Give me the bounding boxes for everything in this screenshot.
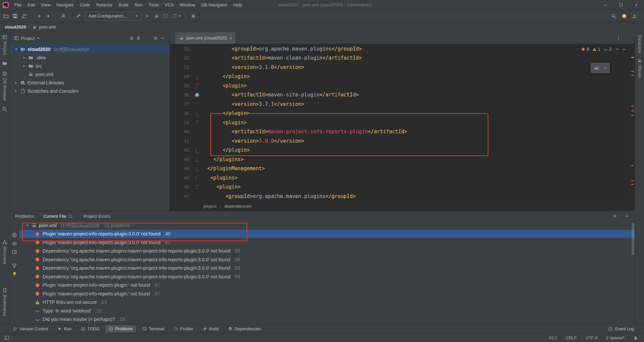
toolwindow-button-problems[interactable]: Problems <box>106 325 136 333</box>
menu-build[interactable]: Build <box>116 0 131 10</box>
code-line-31[interactable]: 31 <groupId>org.apache.maven.plugins</gr… <box>170 44 635 54</box>
run-configuration-select[interactable]: Add Configuration... <box>85 12 141 20</box>
menu-db-navigator[interactable]: DB Navigator <box>198 0 230 10</box>
code-line-33[interactable]: 33 <version>3.1.0</version> <box>170 63 635 72</box>
fold-marker-icon[interactable] <box>194 109 201 118</box>
chevron-right-icon[interactable] <box>14 81 18 85</box>
rerun-icon[interactable] <box>172 13 177 19</box>
code-area[interactable]: 31 <groupId>org.apache.maven.plugins</gr… <box>170 44 635 201</box>
maven-sync-badge-icon[interactable] <box>195 92 200 97</box>
hide-panel-icon[interactable] <box>625 214 629 218</box>
tree-item-src[interactable]: src <box>9 62 169 70</box>
file-encoding[interactable]: UTF-8 <box>586 336 597 340</box>
project-panel-title[interactable]: Project <box>21 36 35 41</box>
quick-fix-bulb-icon[interactable] <box>12 271 17 277</box>
error-stripe-mark[interactable] <box>631 115 634 116</box>
menu-file[interactable]: File <box>11 0 24 10</box>
error-stripe-mark[interactable] <box>631 110 634 111</box>
maven-reload-icon[interactable]: m <box>594 65 600 71</box>
error-stripe-mark[interactable] <box>631 71 634 72</box>
event-log-button[interactable]: Event Log <box>608 327 634 331</box>
fold-marker-icon[interactable] <box>194 146 201 155</box>
problems-tab-current-file[interactable]: Current File11 <box>44 211 73 221</box>
close-button[interactable]: × <box>629 0 644 10</box>
dismiss-icon[interactable]: × <box>604 66 606 70</box>
menu-help[interactable]: Help <box>230 0 245 10</box>
code-line-43[interactable]: 43 </plugins> <box>170 155 635 164</box>
toolwindow-toggle-icon[interactable] <box>4 335 9 341</box>
preview-icon[interactable] <box>12 241 17 246</box>
code-line-32[interactable]: 32 <artifactId>maven-clean-plugin</artif… <box>170 54 635 63</box>
collapse-all-icon[interactable] <box>136 36 141 41</box>
locate-file-icon[interactable] <box>129 36 134 41</box>
problem-row-4[interactable]: Dependency 'org.apache.maven.plugins:mav… <box>19 255 635 264</box>
filter-icon[interactable] <box>12 263 17 268</box>
toolwindow-button-run[interactable]: Run <box>54 325 74 333</box>
problems-tab-project-errors[interactable]: Project Errors <box>84 211 110 221</box>
chevron-right-icon[interactable] <box>14 89 18 93</box>
line-separator[interactable]: CRLF <box>566 336 577 340</box>
maven-reload-popup[interactable]: m × <box>591 63 610 73</box>
tree-item-external-libraries[interactable]: External Libraries <box>9 78 169 87</box>
code-line-44[interactable]: 44 </pluginManagement> <box>170 164 635 174</box>
fold-marker-icon[interactable] <box>194 155 201 164</box>
hide-panel-icon[interactable] <box>160 36 165 41</box>
tree-item-scratches-and-consoles[interactable]: Scratches and Consoles <box>9 87 169 95</box>
tool-button-structure[interactable]: Structure <box>0 240 9 264</box>
tree-item-idea[interactable]: .idea <box>9 53 169 62</box>
stop-icon[interactable] <box>191 13 196 19</box>
breadcrumb-file[interactable]: pom.xml <box>39 24 56 29</box>
run-button-icon[interactable] <box>145 13 150 19</box>
xml-breadcrumb-project[interactable]: project <box>203 204 216 209</box>
error-stripe-mark[interactable] <box>631 57 634 58</box>
problem-row-5[interactable]: Dependency 'org.apache.maven.plugins:mav… <box>19 264 635 273</box>
problem-row-6[interactable]: Dependency 'org.apache.maven.plugins:mav… <box>19 272 635 281</box>
problem-row-8[interactable]: Plugin 'maven-project-info-reports-plugi… <box>19 289 635 298</box>
prev-problem-icon[interactable] <box>615 47 620 52</box>
code-line-46[interactable]: 46 <plugin> <box>170 183 635 192</box>
forward-icon[interactable] <box>46 13 51 19</box>
problem-row-7[interactable]: Plugin 'maven-project-info-reports-plugi… <box>19 281 635 290</box>
sync-icon[interactable] <box>21 13 27 19</box>
tree-item-cloud2020[interactable]: cloud2020D:\代码\cloud2020 <box>9 45 169 53</box>
code-line-41[interactable]: 41 <version>3.0.0</version> <box>170 136 635 146</box>
fold-marker-icon[interactable] <box>194 173 201 183</box>
code-line-35[interactable]: 35 <plugin> <box>170 81 635 90</box>
menu-run[interactable]: Run <box>131 0 146 10</box>
back-icon[interactable] <box>37 13 42 19</box>
code-line-36[interactable]: 36 <artifactId>maven-site-plugin</artifa… <box>170 90 635 100</box>
toolwindow-button-terminal[interactable]: Terminal <box>139 325 167 333</box>
inspector-widget-icon[interactable] <box>12 232 17 238</box>
menu-code[interactable]: Code <box>77 0 93 10</box>
code-line-38[interactable]: 38 </plugin> <box>170 109 635 118</box>
gear-icon[interactable] <box>612 214 617 218</box>
open-preview-panel-icon[interactable] <box>12 249 17 255</box>
code-line-39[interactable]: 39 <plugin> <box>170 118 635 127</box>
dropdown-caret-icon[interactable] <box>37 38 40 39</box>
tool-button-project[interactable]: Project <box>2 35 7 55</box>
gear-icon[interactable] <box>153 36 158 41</box>
toolwindow-button-todo[interactable]: TODO <box>78 325 102 333</box>
inspections-widget[interactable]: 8 1 2 <box>581 47 627 52</box>
project-structure-icon[interactable] <box>61 13 66 19</box>
menu-navigate[interactable]: Navigate <box>53 0 76 10</box>
code-with-me-icon[interactable] <box>632 13 637 19</box>
error-stripe-mark[interactable] <box>631 106 634 107</box>
lock-icon[interactable] <box>633 336 638 340</box>
problem-row-1[interactable]: Plugin 'maven-project-info-reports-plugi… <box>19 230 635 238</box>
rerun-group[interactable] <box>172 13 181 19</box>
tool-button-maven[interactable]: m Maven <box>637 59 642 78</box>
close-tab-icon[interactable]: × <box>229 36 232 41</box>
chevron-down-icon[interactable] <box>25 223 30 227</box>
maximize-button[interactable] <box>613 0 629 10</box>
error-stripe-mark[interactable] <box>631 180 634 181</box>
problems-group-row[interactable]: mpom.xmlD:\代码\cloud202011 problems <box>19 221 635 230</box>
code-line-45[interactable]: 45 <plugins> <box>170 173 635 183</box>
coverage-icon[interactable] <box>163 13 168 19</box>
caret-position[interactable]: 61:1 <box>549 336 557 340</box>
error-stripe-mark[interactable] <box>631 75 634 76</box>
tool-button-db-browser[interactable]: DB Browser <box>2 71 7 101</box>
error-stripe[interactable] <box>630 44 635 201</box>
toolwindow-button-dependencies[interactable]: Dependencies <box>225 325 264 333</box>
update-available-icon[interactable] <box>622 13 627 19</box>
